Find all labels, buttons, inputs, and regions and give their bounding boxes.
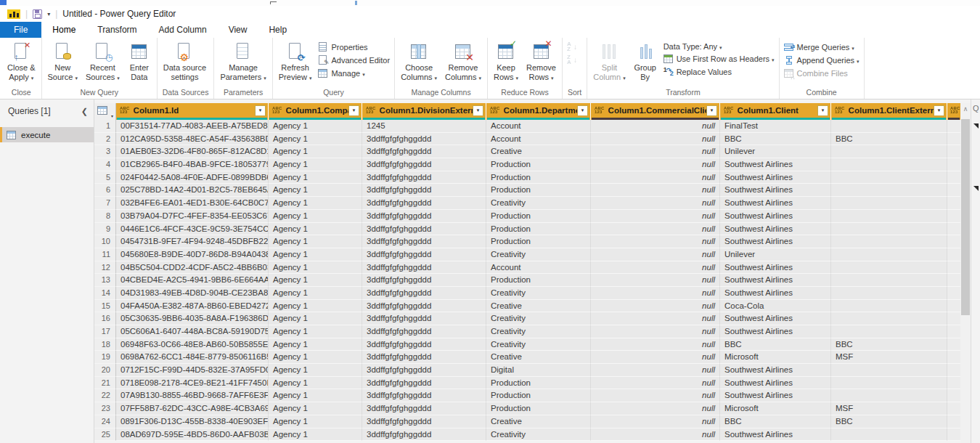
cell[interactable]: null (591, 415, 720, 428)
cell[interactable]: 01CB2965-B4F0-4BAB-9FCE-1805377984... (116, 158, 269, 171)
cell[interactable]: 3ddffgfgfghggddd (362, 274, 486, 287)
cell[interactable]: MSF (831, 351, 947, 364)
cell[interactable]: null (591, 377, 720, 390)
query-settings-pane-collapsed[interactable]: Q (971, 99, 980, 443)
cell[interactable]: Creativity (486, 197, 591, 210)
cell[interactable]: 024F0442-5A08-4F0E-ADFE-0899BDB64... (116, 171, 269, 184)
column-filter-button[interactable]: ▼ (817, 105, 828, 116)
expand-pane-icon[interactable] (973, 123, 979, 129)
cell[interactable]: null (591, 300, 720, 313)
cell[interactable] (831, 364, 947, 377)
manage-button[interactable]: Manage▾ (316, 68, 392, 79)
cell[interactable]: null (591, 428, 720, 442)
cell[interactable]: Agency 1 (269, 415, 362, 428)
row-number[interactable]: 11 (94, 248, 116, 261)
cell[interactable] (831, 261, 947, 275)
cell[interactable]: 3ddffgfgfghggddd (362, 287, 486, 300)
cell[interactable]: 3ddffgfgfghggddd (362, 325, 486, 338)
cell[interactable]: Agency 1 (269, 377, 362, 390)
column-filter-button[interactable]: ▼ (577, 105, 588, 116)
cell[interactable] (831, 171, 947, 184)
cell[interactable]: Microsoft (720, 402, 831, 415)
cell[interactable]: Digital (486, 364, 591, 377)
cell[interactable]: Agency 1 (269, 300, 362, 313)
row-number[interactable]: 9 (94, 223, 116, 236)
cell[interactable]: 04B5C504-CDD2-4CDF-A5C2-4BB6B0345... (116, 261, 269, 275)
replace-values-button[interactable]: 1↷2Replace Values (661, 66, 777, 78)
cell[interactable]: 3ddffgfgfghggddd (362, 261, 486, 275)
cell[interactable]: MSF (831, 402, 947, 415)
cell[interactable] (831, 389, 947, 402)
cell[interactable]: 3ddffgfgfghggddd (362, 235, 486, 248)
row-number[interactable]: 5 (94, 171, 116, 184)
column-header-column1-department[interactable]: ABC123Column1.Department▼ (486, 103, 591, 120)
cell[interactable]: Coca-Cola (720, 300, 831, 313)
row-number[interactable]: 1 (94, 120, 116, 133)
cell[interactable]: null (591, 171, 720, 184)
data-source-settings-button[interactable]: ⚙Data sourcesettings (160, 40, 210, 81)
collapse-pane-icon[interactable]: ❮ (81, 107, 88, 116)
cell[interactable] (831, 428, 947, 442)
cell[interactable]: Unilever (720, 248, 831, 261)
manage-parameters-button[interactable]: ManageParameters▾ (216, 40, 269, 83)
cell[interactable]: Southwest Airlines (720, 325, 831, 338)
cell[interactable] (831, 377, 947, 390)
row-number[interactable]: 6 (94, 184, 116, 197)
cell[interactable]: 3ddffgfgfghggddd (362, 428, 486, 442)
cell[interactable]: Southwest Airlines (720, 235, 831, 248)
quick-access-toolbar-chevron-icon[interactable]: ▾ (47, 11, 50, 17)
row-number[interactable]: 8 (94, 210, 116, 223)
cell[interactable]: Agency 1 (269, 120, 362, 133)
data-type-any-button[interactable]: Data Type: Any▾ (661, 41, 777, 52)
cell[interactable]: Creativity (486, 338, 591, 351)
cell[interactable]: 00F31514-77AD-4083-AEEB-A75BED867... (116, 120, 269, 133)
cell[interactable]: Production (486, 389, 591, 402)
cell[interactable]: Account (486, 133, 591, 146)
row-number[interactable]: 22 (94, 389, 116, 402)
cell[interactable]: Creativity (486, 312, 591, 325)
cell[interactable]: Agency 1 (269, 248, 362, 261)
row-number[interactable]: 2 (94, 133, 116, 146)
cell[interactable]: Production (486, 402, 591, 415)
cell[interactable]: Production (486, 210, 591, 223)
grid-corner-table-button[interactable]: ▾ (94, 103, 116, 120)
cell[interactable]: 3ddffgfgfghggddd (362, 158, 486, 171)
column-filter-button[interactable]: ▼ (473, 105, 483, 116)
row-number[interactable]: 10 (94, 235, 116, 248)
cell[interactable]: 1245 (362, 120, 486, 133)
cell[interactable]: 04D31983-49EB-4D8D-904B-CE23BA868... (116, 287, 269, 300)
cell[interactable]: Agency 1 (269, 338, 362, 351)
cell[interactable]: BBC (831, 133, 947, 146)
vertical-scrollbar[interactable]: ∧ (960, 103, 971, 443)
cell[interactable]: null (591, 402, 720, 415)
cell[interactable]: BBC (720, 338, 831, 351)
cell[interactable]: Agency 1 (269, 428, 362, 442)
column-filter-button[interactable]: ▼ (255, 105, 266, 116)
row-number[interactable]: 3 (94, 145, 116, 158)
cell[interactable]: 3ddffgfgfghggddd (362, 312, 486, 325)
cell[interactable]: 06948F63-0C66-48E8-AB60-50B5855E45... (116, 338, 269, 351)
cell[interactable]: Agency 1 (269, 171, 362, 184)
cell[interactable]: Southwest Airlines (720, 377, 831, 390)
cell[interactable]: 3ddffgfgfghggddd (362, 377, 486, 390)
use-first-row-as-headers-button[interactable]: Use First Row as Headers▾ (661, 53, 777, 65)
cell[interactable] (831, 145, 947, 158)
cell[interactable]: null (591, 389, 720, 402)
cell[interactable]: Southwest Airlines (720, 274, 831, 287)
cell[interactable]: 3ddffgfgfghggddd (362, 133, 486, 146)
cell[interactable]: 08AD697D-595E-4BD5-86D0-AAFB03B6... (116, 428, 269, 442)
cell[interactable]: Agency 1 (269, 223, 362, 236)
cell[interactable]: 3ddffgfgfghggddd (362, 223, 486, 236)
row-number[interactable]: 16 (94, 312, 116, 325)
cell[interactable]: null (591, 197, 720, 210)
cell[interactable]: Production (486, 235, 591, 248)
cell[interactable]: Production (486, 171, 591, 184)
cell[interactable]: Agency 1 (269, 274, 362, 287)
cell[interactable]: 0446E1C6-4FCF-43CE-9C59-3E754CC26B... (116, 223, 269, 236)
cell[interactable]: Agency 1 (269, 158, 362, 171)
cell[interactable]: Southwest Airlines (720, 223, 831, 236)
cell[interactable]: 0891F306-D13C-455B-8338-40E903EF19... (116, 415, 269, 428)
cell[interactable]: Southwest Airlines (720, 389, 831, 402)
cell[interactable]: Agency 1 (269, 261, 362, 275)
cell[interactable]: Production (486, 377, 591, 390)
